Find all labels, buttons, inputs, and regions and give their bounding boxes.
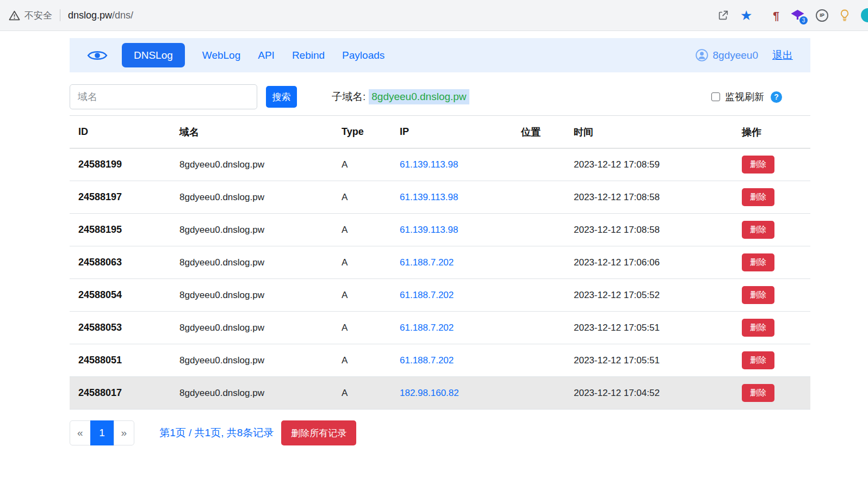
row-location-cell [512, 312, 565, 344]
row-ip-cell: 61.188.7.202 [391, 246, 512, 279]
help-icon[interactable]: ? [771, 91, 782, 103]
row-type-cell: A [333, 344, 391, 377]
row-domain-cell: 8gdyeeu0.dnslog.pw [171, 344, 333, 377]
pager-prev-button[interactable]: « [70, 420, 91, 445]
url-divider [60, 9, 60, 21]
extension-badge: 3 [799, 16, 808, 24]
row-time-cell: 2023-12-12 17:08:59 [565, 148, 733, 181]
row-type-cell: A [333, 377, 391, 410]
not-secure-warning-icon[interactable] [9, 10, 20, 21]
lightbulb-extension-icon[interactable] [839, 9, 850, 22]
delete-row-button[interactable]: 删除 [742, 156, 774, 174]
row-ip-cell: 61.188.7.202 [391, 312, 512, 344]
logout-link[interactable]: 退出 [772, 48, 793, 63]
row-domain-cell: 8gdyeeu0.dnslog.pw [171, 279, 333, 312]
tab-weblog[interactable]: WebLog [202, 49, 240, 61]
pilcrow-extension-icon[interactable]: ¶ [773, 10, 779, 21]
delete-row-button[interactable]: 删除 [742, 384, 774, 402]
row-type-cell: A [333, 246, 391, 279]
row-location-cell [512, 279, 565, 312]
row-time-cell: 2023-12-12 17:08:58 [565, 181, 733, 214]
subdomain-label: 子域名: [332, 90, 365, 104]
table-row: 245880538gdyeeu0.dnslog.pwA61.188.7.2022… [70, 312, 810, 344]
row-ip-cell: 61.188.7.202 [391, 279, 512, 312]
table-row: 245880178gdyeeu0.dnslog.pwA182.98.160.82… [70, 377, 810, 410]
pager-next-button[interactable]: » [114, 420, 135, 445]
row-ip-cell: 61.188.7.202 [391, 344, 512, 377]
pager-page-1-button[interactable]: 1 [90, 420, 114, 445]
delete-row-button[interactable]: 删除 [742, 286, 774, 304]
row-ip-link[interactable]: 61.188.7.202 [400, 323, 454, 333]
search-toolbar: 搜索 子域名: 8gdyeeu0.dnslog.pw 监视刷新 ? [70, 84, 810, 109]
row-id-cell: 24588051 [70, 344, 171, 377]
table-row: 245880548gdyeeu0.dnslog.pwA61.188.7.2022… [70, 279, 810, 312]
page-url[interactable]: dnslog.pw/dns/ [68, 10, 133, 21]
share-icon[interactable] [717, 9, 729, 21]
row-action-cell: 删除 [733, 312, 810, 344]
row-ip-link[interactable]: 182.98.160.82 [400, 388, 459, 398]
row-ip-cell: 61.139.113.98 [391, 148, 512, 181]
table-row: 245881998gdyeeu0.dnslog.pwA61.139.113.98… [70, 148, 810, 181]
row-location-cell [512, 246, 565, 279]
ip-extension-icon[interactable]: IP [816, 9, 828, 22]
delete-row-button[interactable]: 删除 [742, 319, 774, 337]
delete-row-button[interactable]: 删除 [742, 188, 774, 206]
table-header: ID 域名 Type IP 位置 时间 操作 [70, 116, 810, 148]
row-action-cell: 删除 [733, 181, 810, 214]
row-id-cell: 24588197 [70, 181, 171, 214]
header-time: 时间 [565, 116, 733, 148]
row-ip-cell: 61.139.113.98 [391, 181, 512, 214]
url-path: /dns/ [112, 10, 133, 21]
row-domain-cell: 8gdyeeu0.dnslog.pw [171, 214, 333, 246]
delete-row-button[interactable]: 删除 [742, 253, 774, 271]
page-summary: 第1页 / 共1页, 共8条记录 [159, 426, 274, 440]
row-time-cell: 2023-12-12 17:05:52 [565, 279, 733, 312]
row-action-cell: 删除 [733, 344, 810, 377]
watch-refresh-group: 监视刷新 ? [711, 90, 810, 103]
tab-dnslog[interactable]: DNSLog [122, 43, 185, 67]
eye-logo-icon [87, 48, 108, 63]
row-ip-link[interactable]: 61.188.7.202 [400, 355, 454, 366]
row-action-cell: 删除 [733, 279, 810, 312]
header-location: 位置 [512, 116, 565, 148]
row-location-cell [512, 181, 565, 214]
row-action-cell: 删除 [733, 377, 810, 410]
row-action-cell: 删除 [733, 246, 810, 279]
row-ip-link[interactable]: 61.139.113.98 [400, 225, 458, 235]
profile-extension-icon[interactable] [861, 8, 868, 22]
search-button[interactable]: 搜索 [266, 86, 297, 108]
row-domain-cell: 8gdyeeu0.dnslog.pw [171, 181, 333, 214]
purple-extension-icon[interactable]: 3 [790, 8, 805, 23]
header-type: Type [333, 116, 391, 148]
row-id-cell: 24588195 [70, 214, 171, 246]
delete-row-button[interactable]: 删除 [742, 351, 774, 369]
row-action-cell: 删除 [733, 214, 810, 246]
tab-payloads[interactable]: Payloads [342, 49, 385, 61]
user-avatar-icon [695, 48, 709, 62]
app-navbar: DNSLog WebLog API Rebind Payloads 8gdyee… [70, 38, 810, 72]
row-id-cell: 24588017 [70, 377, 171, 410]
watch-refresh-label: 监视刷新 [725, 90, 764, 103]
table-row: 245881958gdyeeu0.dnslog.pwA61.139.113.98… [70, 214, 810, 246]
row-ip-cell: 61.139.113.98 [391, 214, 512, 246]
row-id-cell: 24588199 [70, 148, 171, 181]
row-location-cell [512, 344, 565, 377]
subdomain-value[interactable]: 8gdyeeu0.dnslog.pw [369, 89, 469, 104]
row-location-cell [512, 148, 565, 181]
row-time-cell: 2023-12-12 17:04:52 [565, 377, 733, 410]
tab-rebind[interactable]: Rebind [292, 49, 325, 61]
row-id-cell: 24588053 [70, 312, 171, 344]
nav-tabs: DNSLog WebLog API Rebind Payloads [122, 43, 385, 67]
row-ip-link[interactable]: 61.188.7.202 [400, 257, 454, 268]
browser-address-bar: 不安全 dnslog.pw/dns/ ★ ¶ 3 IP [0, 0, 868, 31]
row-ip-link[interactable]: 61.139.113.98 [400, 192, 458, 202]
delete-row-button[interactable]: 删除 [742, 221, 774, 239]
tab-api[interactable]: API [258, 49, 275, 61]
bookmark-star-icon[interactable]: ★ [740, 9, 752, 22]
row-ip-link[interactable]: 61.139.113.98 [400, 159, 458, 170]
delete-all-button[interactable]: 删除所有记录 [281, 420, 356, 445]
domain-search-input[interactable] [70, 84, 257, 109]
row-type-cell: A [333, 312, 391, 344]
row-ip-link[interactable]: 61.188.7.202 [400, 290, 454, 300]
watch-refresh-checkbox[interactable] [711, 92, 720, 101]
